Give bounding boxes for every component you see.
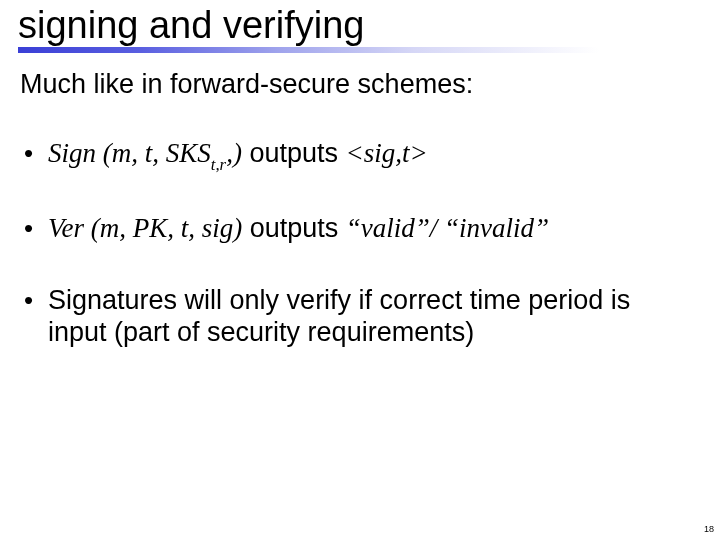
sign-after-sub: ,) [226,138,242,168]
sign-result: <sig,t> [345,138,427,168]
bullet-ver: Ver (m, PK, t, sig) outputs “valid”/ “in… [20,213,696,245]
sign-outputs-word: outputs [242,138,346,168]
ver-fn: Ver (m, PK, t, sig) [48,213,242,243]
note-text: Signatures will only verify if correct t… [48,285,630,347]
ver-result: “valid”/ “invalid” [346,213,549,243]
title-block: signing and verifying [18,4,702,53]
sign-subscript: t,r [211,155,226,174]
slide-body: Much like in forward-secure schemes: Sig… [18,53,702,349]
bullet-note: Signatures will only verify if correct t… [20,285,696,349]
slide: signing and verifying Much like in forwa… [0,0,720,540]
slide-title: signing and verifying [18,4,702,49]
bullet-list: Sign (m, t, SKSt,r,) outputs <sig,t> Ver… [20,138,696,349]
lead-text: Much like in forward-secure schemes: [20,69,696,100]
ver-outputs-word: outputs [242,213,346,243]
sign-fn: Sign (m, t, SKS [48,138,211,168]
bullet-sign: Sign (m, t, SKSt,r,) outputs <sig,t> [20,138,696,173]
page-number: 18 [704,524,714,534]
